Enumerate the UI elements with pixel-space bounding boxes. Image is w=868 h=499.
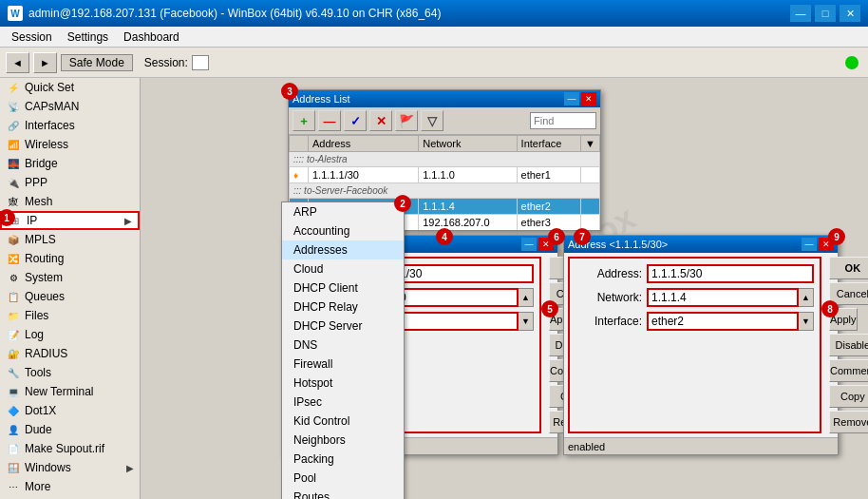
flag-button[interactable]: 🚩 (395, 110, 418, 131)
col-network: Network (419, 136, 517, 152)
col-interface: Interface (517, 136, 581, 152)
sidebar-item-bridge[interactable]: 🌉 Bridge (0, 154, 140, 173)
maximize-button[interactable]: □ (815, 5, 836, 22)
addr-list-min-btn[interactable]: — (564, 92, 579, 106)
radius-icon: 🔐 (6, 347, 21, 360)
files-icon: 📁 (6, 309, 21, 322)
network-dropdown-1[interactable]: ▲ (519, 288, 534, 307)
sidebar-item-files[interactable]: 📁 Files (0, 306, 140, 325)
menu-bar: Session Settings Dashboard (0, 27, 868, 48)
sidebar-item-mpls[interactable]: 📦 MPLS (0, 230, 140, 249)
mesh-icon: 🕸 (6, 195, 21, 208)
ok-button-2[interactable]: OK (829, 257, 868, 279)
add-address-button[interactable]: + (292, 110, 315, 131)
submenu-hotspot[interactable]: Hotspot (282, 374, 404, 393)
submenu-firewall[interactable]: Firewall (282, 355, 404, 374)
submenu-ipsec[interactable]: IPsec (282, 393, 404, 412)
addr-detail-2-min[interactable]: — (802, 238, 817, 251)
windows-icon: 🪟 (6, 461, 21, 474)
addr-detail-1-min[interactable]: — (521, 238, 537, 251)
submenu-dns[interactable]: DNS (282, 336, 404, 355)
addr-detail-2-interface-row: Interface: ▼ (576, 312, 814, 331)
sidebar-item-dot1x[interactable]: 🔷 Dot1X (0, 401, 140, 420)
disable-button-2[interactable]: Disable (829, 334, 868, 356)
forward-button[interactable]: ► (33, 52, 57, 73)
connection-status-indicator (845, 56, 859, 69)
mpls-icon: 📦 (6, 233, 21, 246)
disable-button[interactable]: ✕ (369, 110, 392, 131)
badge-7: 7 (574, 228, 591, 245)
sidebar-item-tools[interactable]: 🔧 Tools (0, 363, 140, 382)
sidebar-item-ppp[interactable]: 🔌 PPP (0, 173, 140, 192)
row-address: 1.1.1.1/30 (309, 167, 419, 183)
sidebar-item-supout[interactable]: 📄 Make Supout.rif (0, 439, 140, 458)
sidebar-item-windows[interactable]: 🪟 Windows ▶ (0, 458, 140, 477)
more-icon: ⋯ (6, 480, 21, 493)
address-label-2: Address: (576, 267, 642, 280)
sidebar-item-more[interactable]: ⋯ More (0, 477, 140, 496)
addr-detail-2-buttons: OK Cancel 8 Apply Disable Comment Copy R… (825, 253, 868, 437)
back-button[interactable]: ◄ (6, 52, 29, 73)
session-input[interactable] (192, 55, 209, 70)
find-input[interactable] (530, 112, 596, 129)
sidebar-item-capsman[interactable]: 📡 CAPsMAN (0, 97, 140, 116)
sidebar-item-dude[interactable]: 👤 Dude (0, 420, 140, 439)
sidebar-item-system[interactable]: ⚙ System (0, 268, 140, 287)
remove-button-2[interactable]: Remove (829, 411, 868, 433)
addr-list-close-btn[interactable]: ✕ (581, 92, 596, 106)
submenu-dhcp-client[interactable]: DHCP Client (282, 278, 404, 297)
submenu-routes[interactable]: Routes (282, 488, 404, 499)
comment-button-2[interactable]: Comment (829, 359, 868, 382)
table-row[interactable]: ♦ 1.1.1.1/30 1.1.1.0 ether1 (290, 167, 600, 183)
badge-9: 9 (828, 228, 845, 245)
badge-4: 4 (436, 228, 453, 245)
toolbar: ◄ ► Safe Mode Session: (0, 48, 868, 78)
safe-mode-button[interactable]: Safe Mode (61, 54, 133, 71)
remove-address-button[interactable]: — (318, 110, 341, 131)
sidebar-item-interfaces[interactable]: 🔗 Interfaces (0, 116, 140, 135)
capsman-icon: 📡 (6, 100, 21, 113)
submenu-cloud[interactable]: Cloud (282, 259, 404, 278)
sidebar-item-radius[interactable]: 🔐 RADIUS (0, 344, 140, 363)
interface-dropdown-2[interactable]: ▼ (799, 312, 814, 331)
sidebar-item-ip[interactable]: ⊞ IP ▶ 1 (0, 211, 140, 230)
copy-button-2[interactable]: Copy (829, 385, 868, 408)
network-dropdown-2[interactable]: ▲ (799, 288, 814, 307)
sidebar-item-queues[interactable]: 📋 Queues (0, 287, 140, 306)
filter-button[interactable]: ▽ (421, 110, 443, 131)
submenu-dhcp-server[interactable]: DHCP Server (282, 317, 404, 336)
sidebar-item-quickset[interactable]: ⚡ Quick Set (0, 78, 140, 97)
submenu-packing[interactable]: Packing (282, 450, 404, 469)
sidebar-item-wireless[interactable]: 📶 Wireless (0, 135, 140, 154)
submenu-dhcp-relay[interactable]: DHCP Relay (282, 297, 404, 317)
col-sort[interactable]: ▼ (581, 136, 600, 152)
sidebar-item-log[interactable]: 📝 Log (0, 325, 140, 344)
submenu-neighbors[interactable]: Neighbors (282, 431, 404, 450)
menu-dashboard[interactable]: Dashboard (116, 29, 187, 46)
menu-session[interactable]: Session (4, 29, 60, 46)
sidebar-item-mesh[interactable]: 🕸 Mesh (0, 192, 140, 211)
minimize-button[interactable]: — (790, 5, 811, 22)
submenu-kid-control[interactable]: Kid Control (282, 412, 404, 431)
submenu-pool[interactable]: Pool (282, 469, 404, 488)
close-button[interactable]: ✕ (840, 5, 860, 22)
row-flag: ♦ (290, 167, 309, 183)
interface-input-2[interactable] (647, 312, 799, 331)
submenu-accounting[interactable]: Accounting (282, 221, 404, 240)
windows-arrow: ▶ (126, 463, 134, 473)
sidebar-item-new-terminal[interactable]: 💻 New Terminal (0, 382, 140, 401)
sidebar-item-routing[interactable]: 🔀 Routing (0, 249, 140, 268)
row-network: 1.1.1.4 (419, 199, 517, 215)
address-list-title-bar: Address List — ✕ (289, 90, 600, 107)
main-content: RouterOS WinBox 2 ARP Accounting Address… (141, 78, 868, 499)
submenu-arp[interactable]: ARP (282, 202, 404, 221)
enable-button[interactable]: ✓ (344, 110, 367, 131)
badge-3: 3 (281, 83, 298, 100)
col-address: Address (309, 136, 419, 152)
network-input-2[interactable] (647, 288, 799, 307)
interface-dropdown-1[interactable]: ▼ (519, 312, 534, 331)
submenu-addresses[interactable]: Addresses (282, 240, 404, 259)
menu-settings[interactable]: Settings (60, 29, 116, 46)
address-input-2[interactable] (647, 264, 814, 283)
addr-detail-2-title-bar: Address <1.1.1.5/30> — ✕ (564, 236, 838, 253)
